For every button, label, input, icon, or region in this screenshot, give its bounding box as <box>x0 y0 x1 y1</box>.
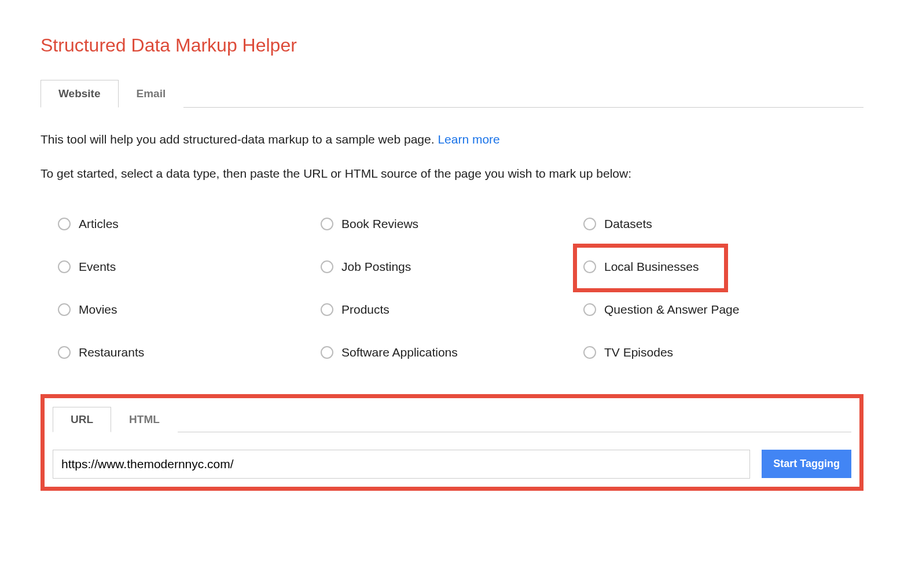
radio-label: Datasets <box>604 217 652 231</box>
radio-circle-icon <box>58 303 71 316</box>
tab-url[interactable]: URL <box>53 407 111 432</box>
radio-label: Software Applications <box>341 346 458 359</box>
url-input[interactable] <box>53 450 750 479</box>
radio-products[interactable]: Products <box>321 303 583 317</box>
radio-qa-page[interactable]: Question & Answer Page <box>583 303 846 317</box>
tab-website[interactable]: Website <box>41 80 119 108</box>
radio-circle-icon <box>321 303 333 316</box>
radio-circle-icon <box>321 346 333 359</box>
radio-restaurants[interactable]: Restaurants <box>58 346 321 359</box>
radio-label: Book Reviews <box>341 217 418 231</box>
intro-text: This tool will help you add structured-d… <box>41 131 863 148</box>
radio-circle-icon <box>321 260 333 273</box>
radio-label: Movies <box>79 303 117 317</box>
radio-circle-icon <box>321 218 333 230</box>
radio-label: TV Episodes <box>604 346 673 359</box>
radio-label: Local Businesses <box>604 260 699 274</box>
input-section: URL HTML Start Tagging <box>41 394 863 491</box>
start-tagging-button[interactable]: Start Tagging <box>762 450 851 478</box>
radio-circle-icon <box>583 260 596 273</box>
getstarted-text: To get started, select a data type, then… <box>41 165 863 182</box>
radio-events[interactable]: Events <box>58 260 321 274</box>
radio-label: Job Postings <box>341 260 411 274</box>
radio-job-postings[interactable]: Job Postings <box>321 260 583 274</box>
page-title: Structured Data Markup Helper <box>41 35 863 56</box>
input-row: Start Tagging <box>53 450 851 479</box>
radio-label: Articles <box>79 217 119 231</box>
main-tabs: Website Email <box>41 79 863 108</box>
radio-book-reviews[interactable]: Book Reviews <box>321 217 583 231</box>
learn-more-link[interactable]: Learn more <box>438 133 499 146</box>
tab-email[interactable]: Email <box>119 80 184 108</box>
radio-software-apps[interactable]: Software Applications <box>321 346 583 359</box>
radio-datasets[interactable]: Datasets <box>583 217 846 231</box>
intro-text-span: This tool will help you add structured-d… <box>41 133 438 146</box>
radio-label: Restaurants <box>79 346 144 359</box>
radio-label: Question & Answer Page <box>604 303 739 317</box>
radio-articles[interactable]: Articles <box>58 217 321 231</box>
radio-circle-icon <box>58 346 71 359</box>
radio-circle-icon <box>58 260 71 273</box>
input-tabs: URL HTML <box>53 406 851 432</box>
radio-local-businesses[interactable]: Local Businesses <box>583 260 846 274</box>
radio-label: Products <box>341 303 389 317</box>
radio-circle-icon <box>583 218 596 230</box>
tab-html[interactable]: HTML <box>111 407 178 432</box>
radio-label: Events <box>79 260 116 274</box>
radio-circle-icon <box>583 346 596 359</box>
radio-circle-icon <box>583 303 596 316</box>
radio-tv-episodes[interactable]: TV Episodes <box>583 346 846 359</box>
radio-movies[interactable]: Movies <box>58 303 321 317</box>
radio-circle-icon <box>58 218 71 230</box>
datatype-grid: Articles Book Reviews Datasets Events Jo… <box>41 200 863 388</box>
